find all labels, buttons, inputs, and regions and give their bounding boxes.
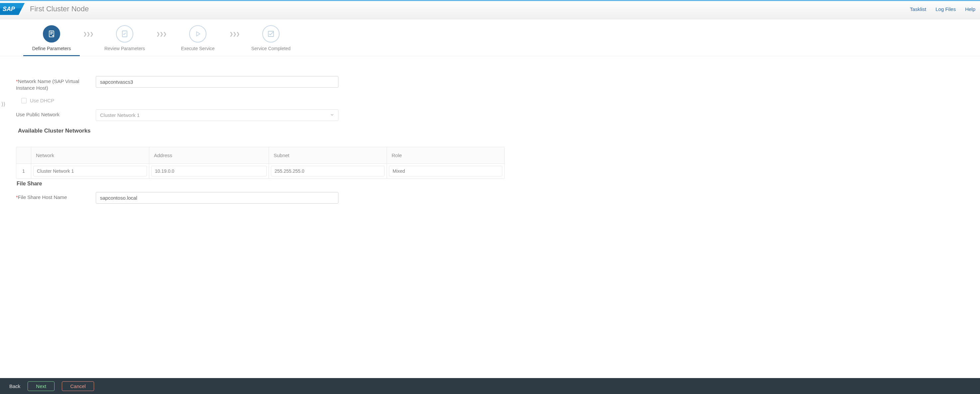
checkbox-icon bbox=[262, 25, 280, 43]
app-header: SAP ® First Cluster Node Tasklist Log Fi… bbox=[0, 1, 980, 19]
available-networks-title: Available Cluster Networks bbox=[18, 127, 339, 134]
network-name-label: *Network Name (SAP Virtual Instance Host… bbox=[16, 76, 96, 91]
step-service-completed[interactable]: Service Completed bbox=[243, 25, 299, 51]
use-public-network-select[interactable]: Cluster Network 1 bbox=[96, 109, 339, 121]
use-dhcp-label: Use DHCP bbox=[30, 98, 54, 103]
step-label: Review Parameters bbox=[104, 46, 145, 51]
file-share-title: File Share bbox=[17, 181, 967, 187]
col-index bbox=[16, 147, 31, 164]
sap-logo: SAP ® bbox=[0, 3, 25, 15]
network-name-input[interactable] bbox=[96, 76, 339, 88]
chevrons-icon: ❯❯❯ bbox=[229, 31, 239, 37]
tasklist-link[interactable]: Tasklist bbox=[910, 6, 926, 12]
col-network: Network bbox=[31, 147, 149, 164]
file-share-host-input[interactable] bbox=[96, 192, 339, 203]
use-dhcp-checkbox[interactable]: Use DHCP bbox=[21, 98, 339, 103]
step-review-parameters[interactable]: Review Parameters bbox=[96, 25, 153, 51]
page-title: First Cluster Node bbox=[30, 5, 89, 13]
subnet-cell[interactable] bbox=[271, 166, 385, 176]
logfiles-link[interactable]: Log Files bbox=[935, 6, 956, 12]
wizard-stepper: Define Parameters ❯❯❯ Review Parameters … bbox=[0, 19, 980, 56]
play-icon bbox=[189, 25, 207, 43]
use-public-network-label: Use Public Network bbox=[16, 109, 96, 118]
expand-drawer-icon[interactable]: ⟩⟩ bbox=[0, 100, 6, 109]
address-cell[interactable] bbox=[151, 166, 267, 176]
svg-text:SAP: SAP bbox=[3, 6, 15, 12]
step-label: Define Parameters bbox=[32, 46, 71, 51]
document-check-icon bbox=[116, 25, 133, 43]
col-address: Address bbox=[149, 147, 269, 164]
step-label: Execute Service bbox=[181, 46, 215, 51]
step-label: Service Completed bbox=[251, 46, 291, 51]
svg-text:®: ® bbox=[20, 11, 22, 14]
col-role: Role bbox=[387, 147, 504, 164]
row-index: 1 bbox=[16, 164, 31, 178]
step-define-parameters[interactable]: Define Parameters bbox=[23, 25, 80, 56]
table-row: 1 bbox=[16, 164, 504, 178]
chevrons-icon: ❯❯❯ bbox=[156, 31, 166, 37]
file-share-host-label: *File Share Host Name bbox=[16, 192, 96, 201]
col-subnet: Subnet bbox=[269, 147, 387, 164]
network-cell[interactable] bbox=[33, 166, 147, 176]
svg-marker-11 bbox=[196, 32, 200, 36]
help-link[interactable]: Help bbox=[965, 6, 975, 12]
cluster-networks-table: Network Address Subnet Role 1 bbox=[16, 147, 504, 179]
document-plus-icon bbox=[43, 25, 60, 43]
role-cell[interactable] bbox=[389, 166, 502, 176]
chevrons-icon: ❯❯❯ bbox=[83, 31, 93, 37]
step-execute-service[interactable]: Execute Service bbox=[170, 25, 226, 51]
checkbox-icon bbox=[21, 98, 27, 103]
